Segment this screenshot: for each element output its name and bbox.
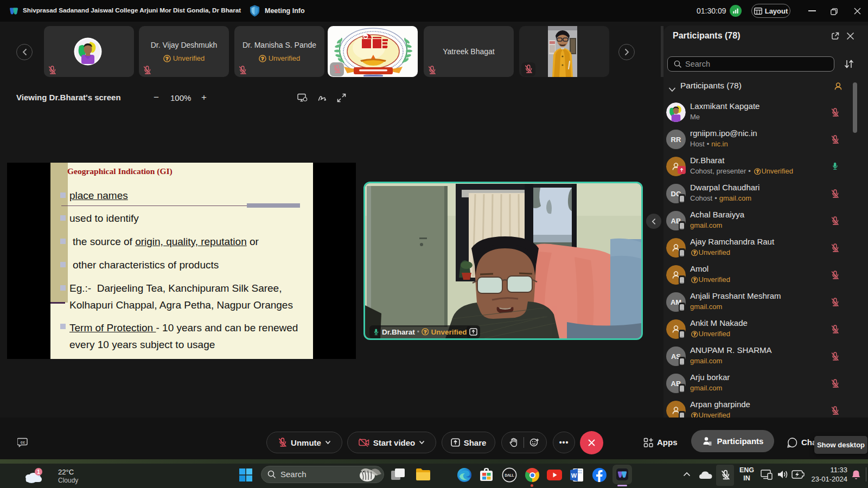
svg-text:W: W bbox=[571, 472, 577, 479]
svg-text:DΛLL: DΛLL bbox=[505, 473, 514, 477]
svg-text:1: 1 bbox=[37, 469, 40, 475]
